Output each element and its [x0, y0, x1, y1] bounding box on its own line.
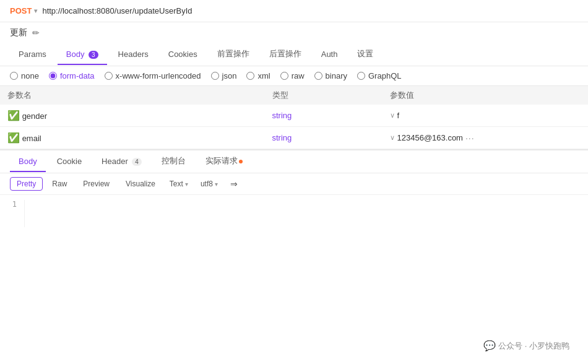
format-tabs: Pretty Raw Preview Visualize Text ▾ utf8…	[0, 173, 588, 195]
row2-value-cell: ∨ 123456@163.com ···	[383, 127, 589, 149]
tab-auth[interactable]: Auth	[313, 45, 347, 65]
watermark: 💬 公众号 · 小罗快跑鸭	[483, 340, 569, 352]
tab-post-request[interactable]: 后置操作	[261, 43, 310, 66]
row1-param-type[interactable]: string	[272, 111, 292, 120]
tab-settings[interactable]: 设置	[348, 43, 382, 66]
method-badge[interactable]: POST ▾	[10, 6, 37, 15]
method-label: POST	[10, 6, 32, 15]
row2-type-chevron: ∨	[390, 134, 395, 142]
row1-param-value[interactable]: f	[397, 111, 400, 120]
row1-type-cell: string	[265, 105, 383, 127]
row2-param-type[interactable]: string	[272, 133, 292, 142]
edit-icon[interactable]: ✏	[32, 28, 40, 38]
params-table: 参数名 类型 参数值 ✅ gender string ∨ f ✅ em	[0, 86, 588, 149]
radio-urlencoded[interactable]: x-www-form-urlencoded	[105, 71, 201, 80]
page-title: 更新	[10, 27, 27, 38]
radio-graphql[interactable]: GraphQL	[357, 71, 401, 80]
fmt-tab-pretty[interactable]: Pretty	[10, 177, 43, 191]
body-type-row: none form-data x-www-form-urlencoded jso…	[0, 66, 588, 86]
wrap-icon[interactable]: ⇒	[225, 177, 243, 191]
resp-tab-actual-request[interactable]: 实际请求	[197, 150, 251, 173]
row2-type-cell: string	[265, 127, 383, 149]
encoding-chevron: ▾	[215, 181, 218, 188]
request-tabs: Params Body 3 Headers Cookies 前置操作 后置操作 …	[0, 43, 588, 66]
radio-none[interactable]: none	[10, 71, 39, 80]
col-header-value: 参数值	[383, 86, 589, 105]
text-format-label: Text	[170, 180, 183, 188]
text-format-chevron: ▾	[185, 181, 188, 188]
fmt-tab-raw[interactable]: Raw	[45, 177, 74, 191]
text-format-select[interactable]: Text ▾	[165, 178, 193, 190]
radio-raw[interactable]: raw	[280, 71, 305, 80]
row1-param-name[interactable]: gender	[22, 111, 47, 121]
table-row: ✅ email string ∨ 123456@163.com ···	[0, 127, 588, 149]
col-header-type: 类型	[265, 86, 383, 105]
method-chevron[interactable]: ▾	[34, 7, 37, 14]
radio-binary[interactable]: binary	[314, 71, 347, 80]
response-tabs: Body Cookie Header 4 控制台 实际请求	[0, 149, 588, 173]
tab-headers[interactable]: Headers	[110, 45, 157, 65]
resp-tab-console[interactable]: 控制台	[153, 150, 194, 173]
body-badge: 3	[89, 51, 98, 59]
header-badge: 4	[132, 158, 142, 166]
actual-request-dot	[239, 160, 243, 163]
row1-check-icon[interactable]: ✅	[7, 110, 20, 121]
fmt-tab-preview[interactable]: Preview	[76, 177, 116, 191]
title-row: 更新 ✏	[0, 22, 588, 43]
response-body: 1	[0, 195, 588, 232]
encoding-label: utf8	[201, 180, 213, 188]
tab-cookies[interactable]: Cookies	[160, 45, 206, 65]
radio-form-data[interactable]: form-data	[49, 71, 95, 80]
row2-check-icon[interactable]: ✅	[7, 132, 20, 143]
fmt-tab-visualize[interactable]: Visualize	[119, 177, 162, 191]
line-numbers: 1	[0, 200, 25, 227]
row2-param-value[interactable]: 123456@163.com	[397, 133, 463, 142]
col-header-name: 参数名	[0, 86, 265, 105]
wechat-icon: 💬	[483, 340, 496, 352]
watermark-text: 公众号 · 小罗快跑鸭	[498, 340, 569, 352]
radio-json[interactable]: json	[211, 71, 237, 80]
row1-type-chevron: ∨	[390, 111, 395, 119]
tab-pre-request[interactable]: 前置操作	[209, 43, 258, 66]
tab-params[interactable]: Params	[10, 45, 55, 65]
response-content[interactable]	[25, 200, 588, 227]
url-bar: POST ▾	[0, 0, 588, 22]
resp-tab-header[interactable]: Header 4	[93, 152, 150, 172]
tab-body[interactable]: Body 3	[58, 45, 107, 65]
row2-name-cell: ✅ email	[0, 127, 265, 149]
radio-xml[interactable]: xml	[246, 71, 270, 80]
encoding-select[interactable]: utf8 ▾	[196, 178, 223, 190]
url-input[interactable]	[42, 6, 578, 15]
resp-tab-body[interactable]: Body	[10, 152, 46, 172]
row2-param-name[interactable]: email	[22, 134, 41, 143]
table-row: ✅ gender string ∨ f	[0, 105, 588, 127]
row1-value-cell: ∨ f	[383, 105, 589, 127]
row1-name-cell: ✅ gender	[0, 105, 265, 127]
row2-more-icon[interactable]: ···	[465, 133, 475, 143]
resp-tab-cookie[interactable]: Cookie	[48, 152, 90, 172]
line-number-1: 1	[7, 200, 17, 209]
